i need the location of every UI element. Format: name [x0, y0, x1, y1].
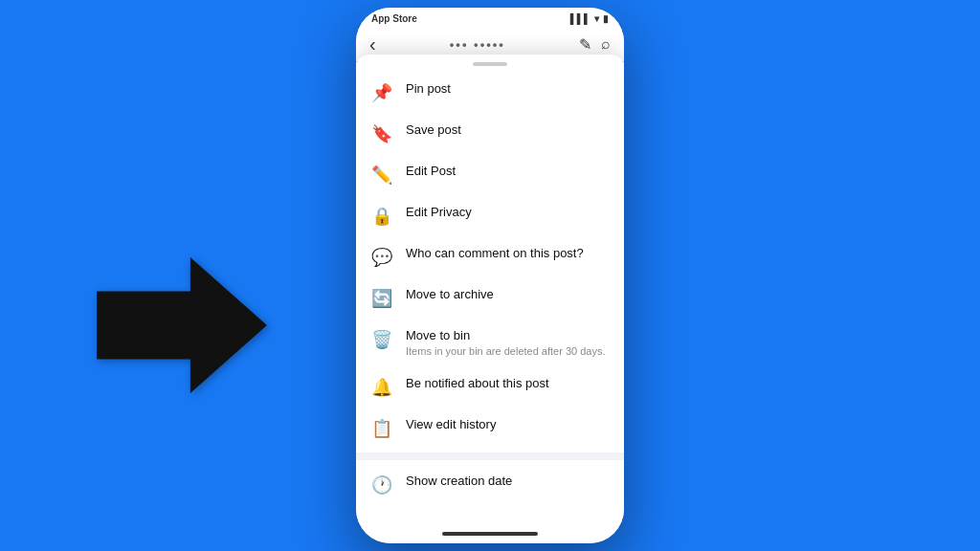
move-bin-sublabel: Items in your bin are deleted after 30 d… — [406, 345, 609, 357]
menu-item-notify[interactable]: 🔔 Be notified about this post — [356, 366, 624, 408]
lock-icon: 🔒 — [371, 206, 392, 227]
menu-item-who-can-comment[interactable]: 💬 Who can comment on this post? — [356, 236, 624, 277]
show-creation-section: 🕐 Show creation date — [356, 464, 624, 524]
edit-icon[interactable]: ✎ — [579, 35, 591, 54]
battery-icon: ▮ — [603, 13, 609, 24]
bell-icon: 🔔 — [371, 377, 392, 398]
status-icons: ▌▌▌ ▾ ▮ — [570, 13, 609, 24]
arrow-indicator — [96, 249, 268, 402]
menu-item-pin-post[interactable]: 📌 Pin post — [356, 72, 624, 113]
comment-settings-icon: 💬 — [371, 247, 392, 268]
menu-text-edit: Edit Post — [406, 164, 609, 180]
menu-item-show-creation[interactable]: 🕐 Show creation date — [356, 464, 624, 505]
menu-item-view-history[interactable]: 📋 View edit history — [356, 408, 624, 449]
menu-text-pin: Pin post — [406, 81, 609, 98]
edit-post-label: Edit Post — [406, 164, 609, 180]
show-creation-label: Show creation date — [406, 474, 609, 490]
menu-item-edit-privacy[interactable]: 🔒 Edit Privacy — [356, 195, 624, 236]
menu-item-edit-post[interactable]: ✏️ Edit Post — [356, 154, 624, 195]
view-history-label: View edit history — [406, 417, 609, 433]
sheet-handle — [473, 62, 507, 66]
menu-divider — [356, 452, 624, 460]
edit-post-icon: ✏️ — [371, 165, 392, 186]
pin-post-label: Pin post — [406, 81, 609, 98]
phone-frame: App Store ▌▌▌ ▾ ▮ ‹ ••• ••••• ✎ ⌕ Posts … — [356, 8, 624, 543]
menu-text-privacy: Edit Privacy — [406, 205, 609, 221]
home-indicator — [442, 532, 538, 536]
notify-label: Be notified about this post — [406, 376, 609, 392]
menu-item-save-post[interactable]: 🔖 Save post — [356, 113, 624, 154]
pin-icon: 📌 — [371, 82, 392, 103]
back-button[interactable]: ‹ — [369, 33, 376, 55]
move-archive-label: Move to archive — [406, 287, 609, 303]
nav-icons: ✎ ⌕ — [579, 35, 611, 54]
menu-text-save: Save post — [406, 122, 609, 139]
menu-text-notify: Be notified about this post — [406, 376, 609, 392]
bookmark-icon: 🔖 — [371, 123, 392, 144]
who-can-comment-label: Who can comment on this post? — [406, 246, 609, 262]
context-menu-sheet: 📌 Pin post 🔖 Save post ✏️ Edit Post 🔒 Ed… — [356, 55, 624, 543]
signal-icon: ▌▌▌ — [570, 13, 590, 24]
menu-item-move-bin[interactable]: 🗑️ Move to bin Items in your bin are del… — [356, 319, 624, 366]
svg-marker-0 — [97, 257, 267, 393]
menu-item-move-archive[interactable]: 🔄 Move to archive — [356, 277, 624, 319]
menu-text-creation: Show creation date — [406, 474, 609, 490]
menu-text-bin: Move to bin Items in your bin are delete… — [406, 328, 609, 357]
move-bin-label: Move to bin — [406, 328, 609, 344]
menu-text-archive: Move to archive — [406, 287, 609, 303]
save-post-label: Save post — [406, 122, 609, 139]
history-icon: 📋 — [371, 418, 392, 439]
status-bar: App Store ▌▌▌ ▾ ▮ — [356, 8, 624, 28]
carrier-label: App Store — [371, 13, 417, 24]
trash-icon: 🗑️ — [371, 329, 392, 350]
archive-icon: 🔄 — [371, 288, 392, 309]
wifi-icon: ▾ — [594, 13, 599, 24]
menu-text-history: View edit history — [406, 417, 609, 433]
edit-privacy-label: Edit Privacy — [406, 205, 609, 221]
menu-text-comment: Who can comment on this post? — [406, 246, 609, 262]
search-icon[interactable]: ⌕ — [601, 35, 611, 54]
clock-icon: 🕐 — [371, 474, 392, 496]
profile-name: ••• ••••• — [450, 37, 505, 52]
